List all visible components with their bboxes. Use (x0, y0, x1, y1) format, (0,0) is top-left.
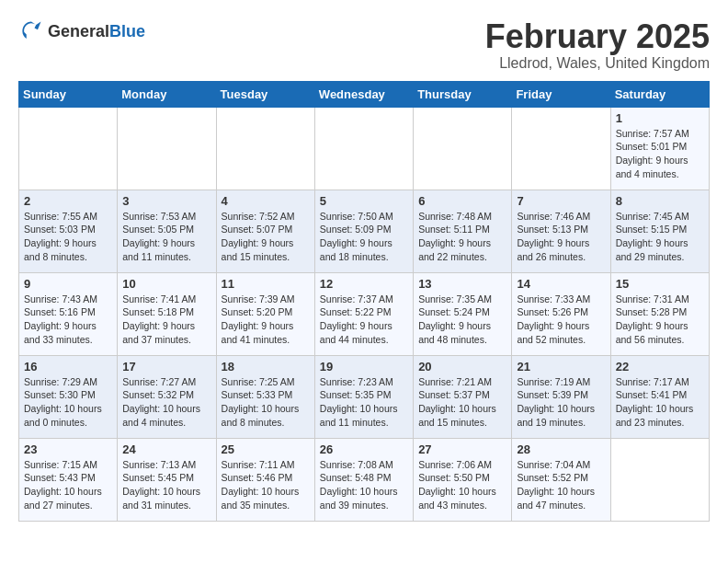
day-number: 4 (222, 194, 310, 208)
table-row: 22Sunrise: 7:17 AM Sunset: 5:41 PM Dayli… (610, 355, 709, 438)
day-number: 6 (418, 194, 506, 208)
day-number: 24 (122, 442, 210, 456)
day-number: 22 (616, 360, 704, 373)
table-row: 2Sunrise: 7:55 AM Sunset: 5:03 PM Daylig… (19, 190, 118, 272)
table-row (610, 438, 709, 521)
logo-icon (18, 18, 44, 44)
header-monday: Monday (118, 81, 216, 107)
day-info: Sunrise: 7:52 AM Sunset: 5:07 PM Dayligh… (222, 210, 310, 264)
table-row (512, 107, 610, 190)
day-number: 18 (222, 360, 310, 373)
day-info: Sunrise: 7:33 AM Sunset: 5:26 PM Dayligh… (517, 293, 605, 347)
header-saturday: Saturday (610, 81, 709, 107)
day-info: Sunrise: 7:23 AM Sunset: 5:35 PM Dayligh… (320, 375, 408, 430)
day-info: Sunrise: 7:15 AM Sunset: 5:43 PM Dayligh… (24, 458, 112, 512)
table-row (314, 107, 413, 190)
table-row: 19Sunrise: 7:23 AM Sunset: 5:35 PM Dayli… (314, 355, 413, 438)
table-row: 20Sunrise: 7:21 AM Sunset: 5:37 PM Dayli… (414, 355, 512, 438)
table-row: 27Sunrise: 7:06 AM Sunset: 5:50 PM Dayli… (414, 438, 512, 521)
day-info: Sunrise: 7:48 AM Sunset: 5:11 PM Dayligh… (418, 210, 506, 264)
calendar-week-row: 2Sunrise: 7:55 AM Sunset: 5:03 PM Daylig… (19, 190, 710, 272)
day-info: Sunrise: 7:21 AM Sunset: 5:37 PM Dayligh… (418, 375, 506, 430)
header-tuesday: Tuesday (216, 81, 314, 107)
day-number: 10 (122, 277, 210, 291)
day-number: 16 (24, 360, 112, 373)
day-number: 5 (320, 194, 408, 208)
logo-general: GeneralBlue (48, 23, 145, 40)
table-row (118, 107, 216, 190)
day-info: Sunrise: 7:08 AM Sunset: 5:48 PM Dayligh… (320, 458, 408, 512)
day-info: Sunrise: 7:11 AM Sunset: 5:46 PM Dayligh… (222, 458, 310, 512)
table-row: 21Sunrise: 7:19 AM Sunset: 5:39 PM Dayli… (512, 355, 610, 438)
day-info: Sunrise: 7:57 AM Sunset: 5:01 PM Dayligh… (616, 127, 704, 181)
day-number: 21 (517, 360, 605, 373)
table-row: 28Sunrise: 7:04 AM Sunset: 5:52 PM Dayli… (512, 438, 610, 521)
day-info: Sunrise: 7:31 AM Sunset: 5:28 PM Dayligh… (616, 293, 704, 347)
day-info: Sunrise: 7:55 AM Sunset: 5:03 PM Dayligh… (24, 210, 112, 264)
logo: GeneralBlue (18, 18, 145, 44)
calendar-week-row: 1Sunrise: 7:57 AM Sunset: 5:01 PM Daylig… (19, 107, 710, 190)
table-row: 11Sunrise: 7:39 AM Sunset: 5:20 PM Dayli… (216, 272, 314, 355)
table-row: 1Sunrise: 7:57 AM Sunset: 5:01 PM Daylig… (610, 107, 709, 190)
page-header: GeneralBlue February 2025 Lledrod, Wales… (18, 18, 710, 72)
table-row: 15Sunrise: 7:31 AM Sunset: 5:28 PM Dayli… (610, 272, 709, 355)
day-number: 7 (517, 194, 605, 208)
table-row: 7Sunrise: 7:46 AM Sunset: 5:13 PM Daylig… (512, 190, 610, 272)
table-row: 14Sunrise: 7:33 AM Sunset: 5:26 PM Dayli… (512, 272, 610, 355)
table-row: 23Sunrise: 7:15 AM Sunset: 5:43 PM Dayli… (19, 438, 118, 521)
day-info: Sunrise: 7:29 AM Sunset: 5:30 PM Dayligh… (24, 375, 112, 430)
day-number: 26 (320, 442, 408, 456)
day-number: 20 (418, 360, 506, 373)
table-row (414, 107, 512, 190)
calendar-week-row: 16Sunrise: 7:29 AM Sunset: 5:30 PM Dayli… (19, 355, 710, 438)
day-info: Sunrise: 7:04 AM Sunset: 5:52 PM Dayligh… (517, 458, 605, 512)
table-row: 13Sunrise: 7:35 AM Sunset: 5:24 PM Dayli… (414, 272, 512, 355)
table-row: 18Sunrise: 7:25 AM Sunset: 5:33 PM Dayli… (216, 355, 314, 438)
table-row: 3Sunrise: 7:53 AM Sunset: 5:05 PM Daylig… (118, 190, 216, 272)
table-row: 16Sunrise: 7:29 AM Sunset: 5:30 PM Dayli… (19, 355, 118, 438)
day-info: Sunrise: 7:45 AM Sunset: 5:15 PM Dayligh… (616, 210, 704, 264)
title-area: February 2025 Lledrod, Wales, United Kin… (485, 18, 710, 72)
day-info: Sunrise: 7:19 AM Sunset: 5:39 PM Dayligh… (517, 375, 605, 430)
day-info: Sunrise: 7:13 AM Sunset: 5:45 PM Dayligh… (122, 458, 210, 512)
day-number: 9 (24, 277, 112, 291)
day-number: 15 (616, 277, 704, 291)
day-number: 19 (320, 360, 408, 373)
day-info: Sunrise: 7:37 AM Sunset: 5:22 PM Dayligh… (320, 293, 408, 347)
weekday-header-row: Sunday Monday Tuesday Wednesday Thursday… (19, 81, 710, 107)
table-row: 4Sunrise: 7:52 AM Sunset: 5:07 PM Daylig… (216, 190, 314, 272)
header-friday: Friday (512, 81, 610, 107)
day-info: Sunrise: 7:06 AM Sunset: 5:50 PM Dayligh… (418, 458, 506, 512)
day-number: 3 (122, 194, 210, 208)
day-number: 14 (517, 277, 605, 291)
day-number: 13 (418, 277, 506, 291)
table-row: 24Sunrise: 7:13 AM Sunset: 5:45 PM Dayli… (118, 438, 216, 521)
day-number: 11 (222, 277, 310, 291)
day-number: 25 (222, 442, 310, 456)
table-row: 26Sunrise: 7:08 AM Sunset: 5:48 PM Dayli… (314, 438, 413, 521)
day-number: 1 (616, 111, 704, 125)
day-info: Sunrise: 7:46 AM Sunset: 5:13 PM Dayligh… (517, 210, 605, 264)
table-row: 9Sunrise: 7:43 AM Sunset: 5:16 PM Daylig… (19, 272, 118, 355)
day-number: 23 (24, 442, 112, 456)
calendar-subtitle: Lledrod, Wales, United Kingdom (485, 55, 710, 72)
day-number: 17 (122, 360, 210, 373)
day-number: 2 (24, 194, 112, 208)
table-row: 6Sunrise: 7:48 AM Sunset: 5:11 PM Daylig… (414, 190, 512, 272)
calendar-week-row: 9Sunrise: 7:43 AM Sunset: 5:16 PM Daylig… (19, 272, 710, 355)
calendar-week-row: 23Sunrise: 7:15 AM Sunset: 5:43 PM Dayli… (19, 438, 710, 521)
day-info: Sunrise: 7:17 AM Sunset: 5:41 PM Dayligh… (616, 375, 704, 430)
calendar-title: February 2025 (485, 18, 710, 55)
day-info: Sunrise: 7:41 AM Sunset: 5:18 PM Dayligh… (122, 293, 210, 347)
day-info: Sunrise: 7:53 AM Sunset: 5:05 PM Dayligh… (122, 210, 210, 264)
table-row: 17Sunrise: 7:27 AM Sunset: 5:32 PM Dayli… (118, 355, 216, 438)
day-number: 27 (418, 442, 506, 456)
day-info: Sunrise: 7:27 AM Sunset: 5:32 PM Dayligh… (122, 375, 210, 430)
table-row: 25Sunrise: 7:11 AM Sunset: 5:46 PM Dayli… (216, 438, 314, 521)
day-info: Sunrise: 7:35 AM Sunset: 5:24 PM Dayligh… (418, 293, 506, 347)
header-sunday: Sunday (19, 81, 118, 107)
day-info: Sunrise: 7:50 AM Sunset: 5:09 PM Dayligh… (320, 210, 408, 264)
table-row (19, 107, 118, 190)
day-number: 12 (320, 277, 408, 291)
day-info: Sunrise: 7:43 AM Sunset: 5:16 PM Dayligh… (24, 293, 112, 347)
